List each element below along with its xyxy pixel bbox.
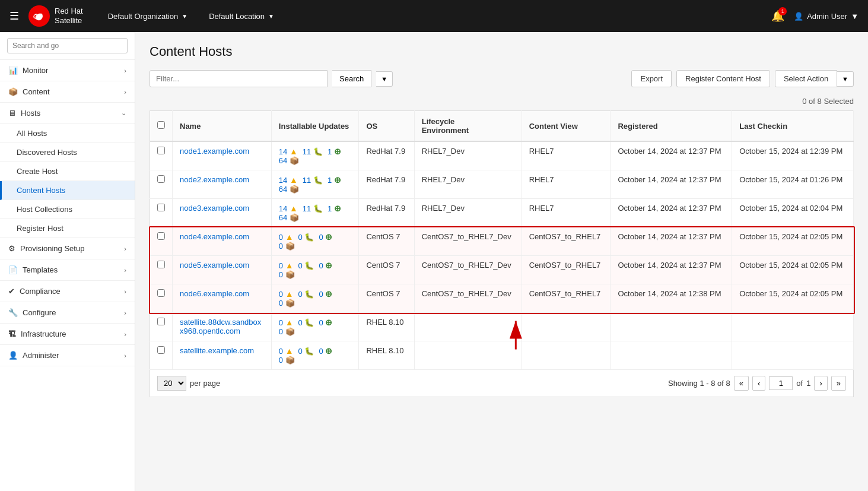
updates-cell: 14 ▲11 🐛1 ⊕64 📦: [271, 199, 359, 227]
compliance-icon: ✔: [8, 287, 15, 296]
sidebar-item-discovered-hosts[interactable]: Discovered Hosts: [0, 143, 135, 162]
per-page-select[interactable]: 20: [157, 376, 186, 391]
search-dropdown-button[interactable]: ▼: [376, 71, 393, 87]
sidebar-item-templates[interactable]: 📄 Templates ›: [0, 259, 135, 281]
register-content-host-button[interactable]: Register Content Host: [676, 70, 770, 87]
sidebar-item-host-collections[interactable]: Host Collections: [0, 200, 135, 219]
hosts-icon: 🖥: [8, 109, 16, 118]
sidebar-item-hosts[interactable]: 🖥 Hosts ⌄: [0, 103, 135, 124]
location-selector[interactable]: Default Location ▼: [203, 8, 280, 24]
host-link[interactable]: node2.example.com: [180, 175, 249, 184]
registered-cell: October 14, 2024 at 12:37 PM: [611, 199, 732, 227]
org-selector[interactable]: Default Organization ▼: [102, 8, 193, 24]
host-link[interactable]: satellite.88dcw.sandbox x968.opentlc.com: [180, 318, 261, 335]
table-row: satellite.example.com0 ▲0 🐛0 ⊕0 📦RHEL 8.…: [150, 341, 854, 370]
content-area: Content Hosts Search ▼ Export Register C…: [135, 32, 868, 491]
administer-arrow: ›: [124, 352, 126, 359]
registered-cell: October 14, 2024 at 12:38 PM: [611, 284, 732, 313]
hamburger-icon[interactable]: ☰: [9, 9, 19, 23]
sidebar-search-container: [0, 32, 135, 60]
table-row: node3.example.com14 ▲11 🐛1 ⊕64 📦RedHat 7…: [150, 199, 854, 227]
bug-updates: 0 🐛: [298, 233, 314, 242]
registered-cell: October 14, 2024 at 12:37 PM: [611, 141, 732, 170]
host-link[interactable]: satellite.example.com: [180, 346, 254, 355]
total-pages: 1: [806, 379, 810, 388]
export-button[interactable]: Export: [631, 70, 672, 87]
infrastructure-icon: 🏗: [8, 330, 16, 338]
enhancement-updates: 0 ⊕: [319, 261, 332, 270]
table-row: node1.example.com14 ▲11 🐛1 ⊕64 📦RedHat 7…: [150, 141, 854, 170]
os-cell: RHEL 8.10: [359, 313, 414, 341]
security-updates: 0 ▲: [279, 346, 294, 356]
monitor-arrow: ›: [124, 67, 126, 74]
content-hosts-label: Content Hosts: [17, 186, 65, 195]
pagination-controls: Showing 1 - 8 of 8 « ‹ of 1 › »: [668, 376, 846, 391]
host-link[interactable]: node4.example.com: [180, 232, 249, 241]
select-action-button[interactable]: Select Action: [775, 70, 837, 87]
row-checkbox[interactable]: [157, 318, 165, 325]
content-view-cell: RHEL7: [522, 199, 611, 227]
sidebar-item-provisioning[interactable]: ⚙ Provisioning Setup ›: [0, 238, 135, 259]
sidebar-item-register-host[interactable]: Register Host: [0, 219, 135, 238]
last-page-button[interactable]: »: [831, 376, 846, 391]
filter-input[interactable]: [150, 70, 328, 87]
row-checkbox[interactable]: [157, 232, 165, 240]
sidebar-item-all-hosts[interactable]: All Hosts: [0, 124, 135, 143]
host-link[interactable]: node1.example.com: [180, 147, 249, 156]
security-updates: 0 ▲: [279, 261, 294, 270]
sidebar-item-label: Provisioning Setup: [20, 244, 84, 253]
sidebar-item-configure[interactable]: 🔧 Configure ›: [0, 302, 135, 324]
sidebar-item-content[interactable]: 📦 Content ›: [0, 81, 135, 103]
last-checkin-cell: [732, 341, 854, 370]
select-action-dropdown[interactable]: ▼: [837, 71, 854, 87]
toolbar-right: Export Register Content Host Select Acti…: [631, 70, 854, 87]
sidebar-item-label: Configure: [23, 308, 56, 317]
row-checkbox[interactable]: [157, 175, 165, 183]
configure-arrow: ›: [124, 309, 126, 316]
prev-page-button[interactable]: ‹: [752, 376, 765, 391]
module-updates: 64 📦: [279, 156, 299, 165]
sidebar-search-input[interactable]: [7, 38, 128, 53]
search-button[interactable]: Search: [332, 70, 371, 87]
enhancement-updates: 1 ⊕: [328, 147, 341, 156]
select-all-checkbox[interactable]: [157, 121, 165, 129]
next-page-button[interactable]: ›: [814, 376, 827, 391]
first-page-button[interactable]: «: [734, 376, 749, 391]
sidebar-item-content-hosts[interactable]: Content Hosts: [0, 181, 135, 200]
content-view-cell: CentOS7_to_RHEL7: [522, 227, 611, 256]
row-checkbox[interactable]: [157, 289, 165, 297]
sidebar-item-compliance[interactable]: ✔ Compliance ›: [0, 281, 135, 302]
redhat-logo: [28, 5, 50, 27]
user-menu[interactable]: 👤 Admin User ▼: [794, 12, 859, 21]
page-number-input[interactable]: [769, 376, 793, 390]
row-checkbox[interactable]: [157, 204, 165, 211]
discovered-hosts-label: Discovered Hosts: [17, 148, 77, 157]
user-icon: 👤: [794, 12, 803, 21]
per-page-label: per page: [190, 379, 220, 388]
toolbar: Search ▼ Export Register Content Host Se…: [150, 70, 854, 87]
select-action-group: Select Action ▼: [775, 70, 854, 87]
sidebar-item-create-host[interactable]: Create Host: [0, 162, 135, 181]
row-checkbox[interactable]: [157, 147, 165, 154]
enhancement-updates: 0 ⊕: [319, 232, 332, 242]
sidebar-item-label: Monitor: [23, 66, 48, 75]
notifications[interactable]: 🔔 1: [771, 9, 784, 23]
updates-cell: 14 ▲11 🐛1 ⊕64 📦: [271, 170, 359, 199]
table-row: node5.example.com0 ▲0 🐛0 ⊕0 📦CentOS 7Cen…: [150, 256, 854, 284]
sidebar-item-monitor[interactable]: 📊 Monitor ›: [0, 60, 135, 81]
os-cell: RHEL 8.10: [359, 341, 414, 370]
enhancement-updates: 1 ⊕: [328, 204, 341, 213]
sidebar-item-infrastructure[interactable]: 🏗 Infrastructure ›: [0, 324, 135, 345]
host-link[interactable]: node6.example.com: [180, 289, 249, 298]
col-name: Name: [173, 111, 272, 142]
enhancement-updates: 0 ⊕: [319, 346, 332, 356]
host-link[interactable]: node5.example.com: [180, 261, 249, 270]
updates-cell: 0 ▲0 🐛0 ⊕0 📦: [271, 313, 359, 341]
per-page-control: 20 per page: [157, 376, 220, 391]
sidebar-item-administer[interactable]: 👤 Administer ›: [0, 345, 135, 366]
host-link[interactable]: node3.example.com: [180, 204, 249, 213]
bug-updates: 0 🐛: [298, 347, 314, 356]
content-view-cell: RHEL7: [522, 170, 611, 199]
row-checkbox[interactable]: [157, 261, 165, 268]
row-checkbox[interactable]: [157, 346, 165, 354]
